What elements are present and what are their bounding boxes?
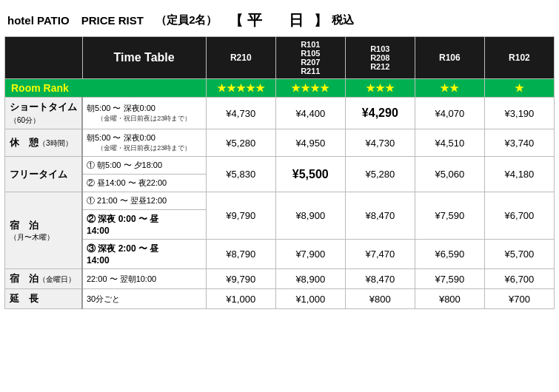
table-row: フリータイム ① 朝5:00 〜 夕18:00 ¥5,830 ¥5,500 ¥5… [5,157,555,175]
price-r106-stay3: ¥6,590 [415,240,484,269]
stars-r102: ★ [484,79,554,98]
price-r210-shorttime: ¥4,730 [206,98,275,129]
table-row: 宿 泊（金曜日） 22:00 〜 翌朝10:00 ¥9,790 ¥8,900 ¥… [5,269,555,289]
time-rest: 朝5:00 〜 深夜0:00 （金曜・祝日前夜は23時まで） [82,129,206,157]
capacity-label: （定員2名） [155,13,217,27]
price-r210-freetime: ¥5,830 [206,157,275,192]
price-r103-rest: ¥4,730 [345,129,415,157]
time-stay3: ③ 深夜 2:00 〜 昼14:00 [82,240,206,269]
price-r101-rest: ¥4,950 [275,129,345,157]
price-r210-stay1: ¥9,790 [206,192,275,240]
price-r106-stay1: ¥7,590 [415,192,484,240]
col-r102-header: R102 [484,37,554,79]
price-r102-shorttime: ¥3,190 [484,98,554,129]
table-row: 延 長 30分ごと ¥1,000 ¥1,000 ¥800 ¥800 ¥700 [5,289,555,309]
day-type: 平 日 [247,10,309,30]
price-r101-shorttime: ¥4,400 [275,98,345,129]
time-extension: 30分ごと [82,289,206,309]
col-r101-header: R101 R105 R207 R211 [275,37,345,79]
price-r101-freetime: ¥5,500 [275,157,345,192]
stars-r101: ★★★★ [275,79,345,98]
price-r106-extension: ¥800 [415,289,484,309]
page-header: hotel PATIO PRICE RIST （定員2名） 【平 日】 税込 [4,6,555,36]
label-shorttime: ショートタイム（60分） [5,98,83,129]
price-r102-rest: ¥3,740 [484,129,554,157]
bracket-close: 】 [314,12,327,30]
price-r102-freetime: ¥4,180 [484,157,554,192]
stars-r103: ★★★ [345,79,415,98]
price-r102-stay3: ¥5,700 [484,240,554,269]
table-row: 休 憩（3時間） 朝5:00 〜 深夜0:00 （金曜・祝日前夜は23時まで） … [5,129,555,157]
price-r101-stay1: ¥8,900 [275,192,345,240]
price-r101-extension: ¥1,000 [275,289,345,309]
label-rest: 休 憩（3時間） [5,129,83,157]
price-r106-rest: ¥4,510 [415,129,484,157]
label-stay-weekday: 宿 泊（月〜木曜） [5,192,83,269]
page: hotel PATIO PRICE RIST （定員2名） 【平 日】 税込 T… [0,0,559,315]
col-empty [5,37,83,79]
price-r101-friday: ¥8,900 [275,269,345,289]
time-freetime1: ① 朝5:00 〜 夕18:00 [82,157,206,175]
tax-label: 税込 [332,13,354,27]
price-table: Time Table R210 R101 R105 R207 R211 R103… [4,36,555,309]
price-r210-extension: ¥1,000 [206,289,275,309]
table-row: ショートタイム（60分） 朝5:00 〜 深夜0:00 （金曜・祝日前夜は23時… [5,98,555,129]
time-stay-friday: 22:00 〜 翌朝10:00 [82,269,206,289]
time-freetime2: ② 昼14:00 〜 夜22:00 [82,175,206,192]
price-r103-friday: ¥8,470 [345,269,415,289]
table-row: ③ 深夜 2:00 〜 昼14:00 ¥8,790 ¥7,900 ¥7,470 … [5,240,555,269]
col-r106-header: R106 [415,37,484,79]
price-r102-extension: ¥700 [484,289,554,309]
price-r106-friday: ¥7,590 [415,269,484,289]
price-r106-shorttime: ¥4,070 [415,98,484,129]
time-stay2: ② 深夜 0:00 〜 昼14:00 [82,210,206,240]
bracket-open: 【 [230,12,243,30]
price-r103-stay1: ¥8,470 [345,192,415,240]
price-r106-freetime: ¥5,060 [415,157,484,192]
room-rank-label: Room Rank [5,79,207,98]
label-freetime: フリータイム [5,157,83,192]
time-stay1: ① 21:00 〜 翌昼12:00 [82,192,206,210]
label-extension: 延 長 [5,289,83,309]
stars-r210: ★★★★★ [206,79,275,98]
price-list-label: PRICE RIST [81,14,144,27]
price-r101-stay3: ¥7,900 [275,240,345,269]
price-r102-stay1: ¥6,700 [484,192,554,240]
price-r102-friday: ¥6,700 [484,269,554,289]
col-r210-header: R210 [206,37,275,79]
price-r103-extension: ¥800 [345,289,415,309]
table-row: 宿 泊（月〜木曜） ① 21:00 〜 翌昼12:00 ¥9,790 ¥8,90… [5,192,555,210]
room-rank-row: Room Rank ★★★★★ ★★★★ ★★★ ★★ ★ [5,79,555,98]
col-r103-header: R103 R208 R212 [345,37,415,79]
price-r210-rest: ¥5,280 [206,129,275,157]
col-timetable-header: Time Table [82,37,206,79]
price-r103-freetime: ¥5,280 [345,157,415,192]
hotel-name: hotel PATIO [7,14,70,27]
table-header-row: Time Table R210 R101 R105 R207 R211 R103… [5,37,555,79]
price-r210-stay3: ¥8,790 [206,240,275,269]
label-stay-friday: 宿 泊（金曜日） [5,269,83,289]
time-shorttime: 朝5:00 〜 深夜0:00 （金曜・祝日前夜は23時まで） [82,98,206,129]
stars-r106: ★★ [415,79,484,98]
price-r103-stay3: ¥7,470 [345,240,415,269]
price-r103-shorttime: ¥4,290 [345,98,415,129]
price-r210-friday: ¥9,790 [206,269,275,289]
